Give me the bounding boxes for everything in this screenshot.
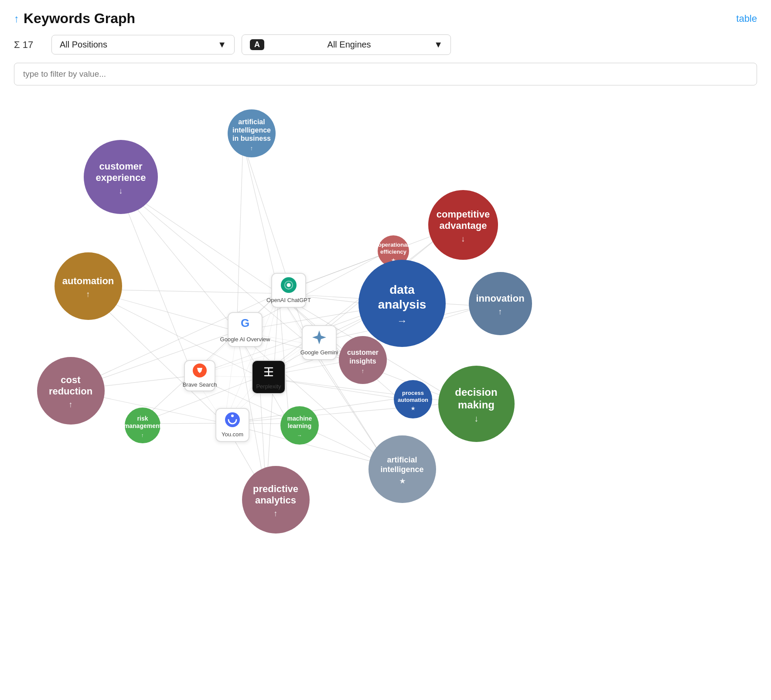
sigma-count: Σ 17: [14, 39, 44, 51]
positions-label: All Positions: [60, 40, 107, 50]
node-label: processautomation: [395, 387, 431, 406]
node-arrow-icon: ★: [399, 477, 405, 485]
page-title: Keywords Graph: [24, 10, 135, 27]
controls-bar: Σ 17 All Positions ▼ A All Engines ▼: [14, 34, 757, 55]
engine-icon-brave: [193, 364, 207, 380]
engine-icon-google-gemini: [311, 330, 327, 347]
node-arrow-icon: ↑: [273, 509, 277, 518]
engine-icon-youcom: [225, 412, 240, 429]
keyword-node-artificial-intelligence[interactable]: artificialintelligence★: [368, 435, 436, 503]
svg-line-34: [279, 293, 289, 424]
engine-icon-perplexity: [261, 364, 276, 381]
keyword-node-machine-learning[interactable]: machinelearning→: [280, 406, 319, 445]
header: ↑ Keywords Graph table: [14, 10, 757, 27]
node-label: riskmanagement: [121, 412, 164, 432]
node-arrow-icon: ↑: [362, 368, 365, 374]
node-label: innovation: [473, 290, 527, 307]
engine-node-google-ai[interactable]: G Google AI Overview: [228, 312, 263, 347]
svg-point-69: [287, 283, 290, 287]
node-label: competitiveadvantage: [434, 206, 492, 234]
node-arrow-icon: ↑: [68, 400, 72, 409]
svg-text:G: G: [241, 316, 249, 330]
node-arrow-icon: ↑: [498, 307, 502, 316]
keyword-node-data-analysis[interactable]: dataanalysis→: [358, 260, 446, 347]
keyword-node-automation[interactable]: automation↑: [55, 252, 122, 320]
keyword-node-decision-making[interactable]: decisionmaking↓: [438, 366, 515, 442]
node-arrow-icon: ★: [411, 406, 415, 411]
positions-arrow-icon: ▼: [218, 40, 226, 50]
svg-marker-72: [312, 330, 326, 344]
node-label: artificialintelligencein business: [230, 115, 273, 146]
svg-line-2: [117, 184, 308, 344]
up-arrow-icon: ↑: [14, 13, 19, 25]
node-label: customerinsights: [345, 346, 381, 367]
keyword-node-risk-management[interactable]: riskmanagement↑: [125, 408, 160, 443]
svg-point-76: [231, 415, 234, 417]
table-link[interactable]: table: [736, 13, 757, 24]
engine-label-perplexity: Perplexity: [256, 383, 281, 390]
engine-label-google-gemini: Google Gemini: [300, 349, 338, 356]
engine-label-openai: OpenAI ChatGPT: [266, 297, 311, 303]
node-label: predictiveanalytics: [250, 481, 301, 509]
keyword-node-customer-experience[interactable]: customerexperience↓: [84, 140, 158, 214]
engine-node-brave[interactable]: Brave Search: [184, 360, 215, 391]
engine-label-brave: Brave Search: [183, 381, 217, 388]
node-arrow-icon: →: [297, 432, 302, 438]
positions-dropdown[interactable]: All Positions ▼: [51, 35, 235, 54]
node-label: machinelearning: [285, 412, 315, 432]
node-label: automation: [60, 273, 117, 289]
engine-badge: A: [250, 39, 264, 50]
engine-node-google-gemini[interactable]: Google Gemini: [302, 325, 337, 360]
engine-node-perplexity[interactable]: Perplexity: [252, 360, 286, 394]
node-arrow-icon: ↑: [250, 145, 253, 152]
graph-area: customerexperience↓automation↑costreduct…: [14, 90, 757, 665]
node-label: dataanalysis: [375, 280, 429, 314]
node-arrow-icon: ↑: [86, 289, 90, 299]
engine-node-openai[interactable]: OpenAI ChatGPT: [271, 273, 306, 308]
node-label: operationalefficiency: [375, 239, 411, 258]
engine-icon-openai: [281, 277, 297, 295]
node-arrow-icon: ↓: [461, 234, 465, 244]
keyword-node-cost-reduction[interactable]: costreduction↑: [37, 357, 105, 425]
keyword-node-competitive-advantage[interactable]: competitiveadvantage↓: [428, 190, 498, 260]
node-label: decisionmaking: [452, 384, 500, 414]
keyword-node-process-automation[interactable]: processautomation★: [394, 380, 432, 418]
main-container: ↑ Keywords Graph table Σ 17 All Position…: [0, 0, 771, 700]
engine-label-youcom: You.com: [222, 431, 243, 438]
node-arrow-icon: ↑: [141, 432, 144, 438]
node-arrow-icon: →: [397, 315, 407, 327]
node-arrow-icon: ↓: [474, 414, 478, 424]
node-arrow-icon: ↓: [119, 186, 123, 196]
engines-arrow-icon: ▼: [434, 40, 443, 50]
engines-label: All Engines: [328, 40, 371, 50]
header-left: ↑ Keywords Graph: [14, 10, 135, 27]
engine-icon-google-ai: G: [237, 316, 253, 334]
svg-line-49: [266, 293, 279, 495]
keyword-node-innovation[interactable]: innovation↑: [469, 272, 532, 335]
node-label: customerexperience: [93, 158, 149, 187]
node-label: costreduction: [46, 372, 95, 400]
engine-node-youcom[interactable]: You.com: [215, 408, 249, 442]
keyword-node-predictive-analytics[interactable]: predictiveanalytics↑: [242, 466, 310, 533]
filter-input[interactable]: [14, 63, 757, 85]
keyword-node-artificial-intelligence-business[interactable]: artificialintelligencein business↑: [228, 109, 276, 157]
svg-line-16: [237, 142, 243, 331]
engines-dropdown[interactable]: A All Engines ▼: [242, 34, 451, 55]
node-label: artificialintelligence: [378, 453, 426, 477]
svg-line-15: [243, 142, 279, 293]
keyword-node-customer-insights[interactable]: customerinsights↑: [339, 336, 387, 384]
engine-label-google-ai: Google AI Overview: [220, 336, 270, 343]
